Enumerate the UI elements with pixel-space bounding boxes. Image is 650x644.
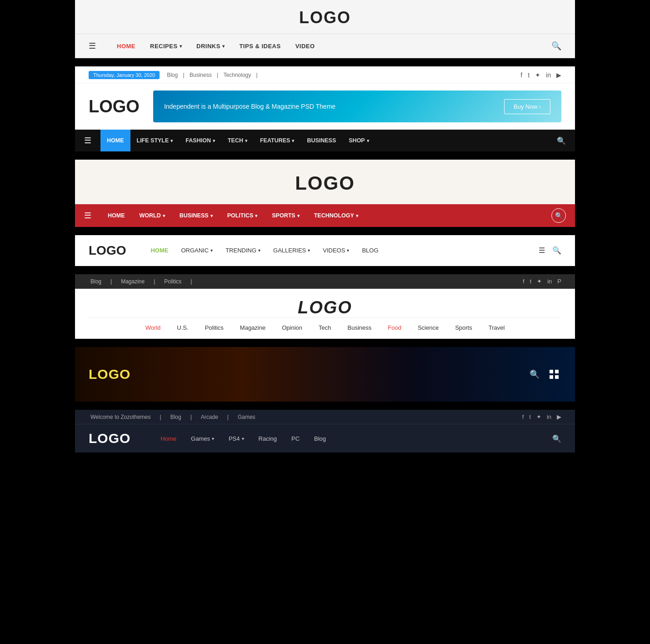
nav-item-business[interactable]: Business <box>340 324 380 331</box>
hamburger-icon[interactable]: ☰ <box>539 246 545 255</box>
pinterest-icon[interactable]: P <box>557 278 561 285</box>
nav-item-ps4[interactable]: PS4 ▾ <box>221 435 251 442</box>
nav-item-drinks[interactable]: DRINKS ▾ <box>189 43 232 50</box>
nav-item-world[interactable]: WORLD ▾ <box>132 204 172 227</box>
nav-item-politics[interactable]: Politics <box>197 324 232 331</box>
twitter-icon[interactable]: t <box>530 278 532 285</box>
svg-rect-1 <box>555 370 559 373</box>
date-badge: Thursday, January 30, 2020 <box>89 71 160 79</box>
nav-item-tech[interactable]: Tech <box>310 324 339 331</box>
section3-logo: LOGO <box>75 160 575 204</box>
linkedin-icon[interactable]: in <box>547 278 552 285</box>
chevron-down-icon: ▾ <box>242 436 244 441</box>
breadcrumb-politics[interactable]: Politics <box>164 278 181 285</box>
twitter-icon[interactable]: t <box>529 413 531 420</box>
nav-item-food[interactable]: Food <box>380 324 410 331</box>
nav-item-home[interactable]: HOME <box>110 43 143 50</box>
linkedin-icon[interactable]: in <box>547 413 551 420</box>
nav-item-pc[interactable]: PC <box>284 435 307 442</box>
breadcrumb-games[interactable]: Games <box>238 414 255 420</box>
nav-item-organic[interactable]: ORGANIC ▾ <box>175 247 219 254</box>
nav-item-world[interactable]: World <box>137 324 169 331</box>
nav-item-business[interactable]: BUSINESS ▾ <box>172 204 220 227</box>
linkedin-icon[interactable]: in <box>546 71 551 79</box>
section2-header: Thursday, January 30, 2020 Blog | Busine… <box>75 66 575 151</box>
nav-item-travel[interactable]: Travel <box>480 324 513 331</box>
section2-logo: LOGO <box>89 97 140 116</box>
section4-navbar: HOME ORGANIC ▾ TRENDING ▾ GALLERIES ▾ VI… <box>144 247 539 254</box>
chevron-down-icon: ▾ <box>245 138 247 143</box>
nav-item-sports[interactable]: SPORTS ▾ <box>265 204 306 227</box>
social-icons: f t ✦ in ▶ <box>520 71 561 79</box>
hamburger-icon[interactable]: ☰ <box>84 211 91 221</box>
facebook-icon[interactable]: f <box>522 413 524 420</box>
section6-content: LOGO 🔍 <box>75 367 575 382</box>
section7-nav-items: Home Games ▾ PS4 ▾ Racing PC Blog <box>153 435 552 442</box>
nav-item-trending[interactable]: TRENDING ▾ <box>219 247 267 254</box>
nav-item-lifestyle[interactable]: LIFE STYLE ▾ <box>130 130 180 151</box>
chevron-down-icon: ▾ <box>213 138 215 143</box>
buy-now-button[interactable]: Buy Now › <box>504 99 550 114</box>
nav-item-sports[interactable]: Sports <box>447 324 480 331</box>
nav-item-us[interactable]: U.S. <box>169 324 196 331</box>
breadcrumb-arcade[interactable]: Arcade <box>201 414 218 420</box>
nav-item-video[interactable]: VIDEO <box>288 43 322 50</box>
section1-navbar: ☰ HOME RECIPES ▾ DRINKS ▾ TIPS & IDEAS V… <box>75 34 575 58</box>
nav-item-racing[interactable]: Racing <box>251 435 284 442</box>
breadcrumb-business[interactable]: Business <box>190 72 212 78</box>
search-icon[interactable]: 🔍 <box>552 434 561 443</box>
chevron-down-icon: ▾ <box>356 213 358 218</box>
chevron-down-icon: ▾ <box>163 213 165 218</box>
nav-item-home[interactable]: HOME <box>100 204 132 227</box>
nav-item-home[interactable]: HOME <box>100 130 130 151</box>
twitter-icon[interactable]: t <box>528 71 530 79</box>
instagram-icon[interactable]: ✦ <box>537 278 542 285</box>
grid-icon[interactable] <box>547 367 561 382</box>
instagram-icon[interactable]: ✦ <box>535 71 540 79</box>
nav-item-tech[interactable]: TECH ▾ <box>221 130 254 151</box>
search-icon[interactable]: 🔍 <box>551 41 561 51</box>
section3-nav-items: HOME WORLD ▾ BUSINESS ▾ POLITICS ▾ SPORT… <box>100 204 551 227</box>
nav-item-shop[interactable]: SHOP ▾ <box>342 130 375 151</box>
nav-item-business[interactable]: BUSINESS <box>300 130 342 151</box>
breadcrumb-technology[interactable]: Technology <box>224 72 251 78</box>
search-icon[interactable]: 🔍 <box>557 136 566 145</box>
section2-main-area: LOGO Independent is a Multipurpose Blog … <box>75 83 575 130</box>
nav-item-blog[interactable]: Blog <box>307 435 333 442</box>
nav-item-recipes[interactable]: RECIPES ▾ <box>143 43 189 50</box>
section4-header: LOGO HOME ORGANIC ▾ TRENDING ▾ GALLERIES… <box>75 235 575 266</box>
youtube-icon[interactable]: ▶ <box>556 71 561 79</box>
section5-main-area: LOGO World U.S. Politics Magazine Opinio… <box>75 289 575 339</box>
facebook-icon[interactable]: f <box>523 278 525 285</box>
nav-item-games[interactable]: Games ▾ <box>184 435 221 442</box>
nav-item-opinion[interactable]: Opinion <box>274 324 310 331</box>
breadcrumb-blog[interactable]: Blog <box>167 72 178 78</box>
search-icon[interactable]: 🔍 <box>530 369 540 379</box>
nav-item-fashion[interactable]: FASHION ▾ <box>179 130 221 151</box>
facebook-icon[interactable]: f <box>520 71 522 79</box>
svg-rect-3 <box>555 375 559 379</box>
nav-item-tips[interactable]: TIPS & IDEAS <box>232 43 288 50</box>
nav-item-technology[interactable]: TECHNOLOGY ▾ <box>307 204 365 227</box>
instagram-icon[interactable]: ✦ <box>536 413 541 420</box>
hamburger-icon[interactable]: ☰ <box>89 41 96 51</box>
youtube-icon[interactable]: ▶ <box>557 413 561 420</box>
search-icon[interactable]: 🔍 <box>552 246 561 255</box>
nav-item-blog[interactable]: BLOG <box>355 247 385 254</box>
nav-item-videos[interactable]: VIDEOS ▾ <box>316 247 355 254</box>
nav-item-home[interactable]: HOME <box>144 247 175 254</box>
chevron-down-icon: ▾ <box>180 44 182 49</box>
breadcrumb-blog[interactable]: Blog <box>170 414 181 420</box>
chevron-down-icon: ▾ <box>255 213 257 218</box>
nav-item-home[interactable]: Home <box>153 435 184 442</box>
breadcrumb-blog[interactable]: Blog <box>90 278 101 285</box>
breadcrumb-magazine[interactable]: Magazine <box>121 278 145 285</box>
nav-item-features[interactable]: FEATURES ▾ <box>254 130 300 151</box>
nav-item-politics[interactable]: POLITICS ▾ <box>220 204 265 227</box>
breadcrumb-welcome[interactable]: Welcome to Zozothemes <box>90 414 151 420</box>
nav-item-science[interactable]: Science <box>410 324 447 331</box>
nav-item-galleries[interactable]: GALLERIES ▾ <box>267 247 316 254</box>
nav-item-magazine[interactable]: Magazine <box>232 324 274 331</box>
search-button[interactable]: 🔍 <box>551 208 566 223</box>
hamburger-icon[interactable]: ☰ <box>84 136 91 146</box>
